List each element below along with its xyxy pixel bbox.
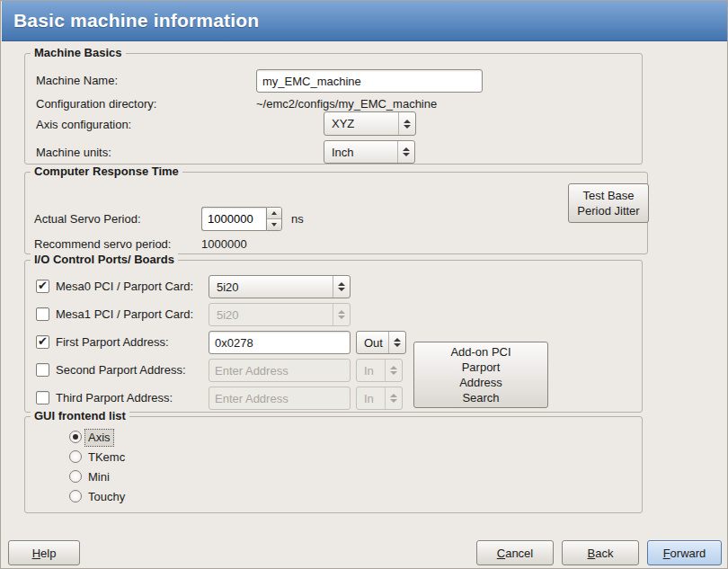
first-parport-direction-combo[interactable]: Out xyxy=(356,331,406,354)
first-parport-checkbox[interactable] xyxy=(36,335,49,349)
second-parport-label[interactable]: Second Parport Address: xyxy=(56,363,186,378)
mesa0-label[interactable]: Mesa0 PCI / Parport Card: xyxy=(56,280,193,294)
combo-arrows-icon xyxy=(333,276,350,298)
test-base-period-jitter-label: Test Base Period Jitter xyxy=(577,188,639,218)
recommend-servo-value: 1000000 xyxy=(201,237,247,252)
machine-basics-legend: Machine Basics xyxy=(31,46,126,59)
gui-radio-tkemc[interactable] xyxy=(69,450,82,463)
mesa1-label[interactable]: Mesa1 PCI / Parport Card: xyxy=(56,307,193,322)
section-gui-frontend: GUI frontend list Axis TKemc Mini Touchy xyxy=(24,416,643,513)
combo-arrows-icon xyxy=(388,332,405,353)
help-button[interactable]: Help xyxy=(8,540,80,565)
gui-option-touchy-label[interactable]: Touchy xyxy=(85,489,128,505)
config-directory-label: Configuration directory: xyxy=(36,97,156,111)
combo-arrows-icon xyxy=(385,387,402,409)
forward-button[interactable]: Forward xyxy=(647,540,722,565)
mesa1-card-value: 5i20 xyxy=(209,304,333,325)
gui-option-mini-label[interactable]: Mini xyxy=(85,469,112,485)
mesa1-checkbox[interactable] xyxy=(36,307,49,321)
servo-period-spinbox[interactable] xyxy=(201,207,283,231)
servo-period-input[interactable] xyxy=(201,207,266,231)
cancel-button[interactable]: Cancel xyxy=(476,540,554,565)
back-button[interactable]: Back xyxy=(562,540,639,565)
forward-button-label: Forward xyxy=(663,546,706,561)
combo-arrows-icon xyxy=(398,112,415,135)
help-button-label: Help xyxy=(32,546,57,561)
servo-period-label: Actual Servo Period: xyxy=(34,212,141,227)
third-parport-direction-combo: In xyxy=(356,387,403,410)
combo-arrows-icon xyxy=(385,360,402,381)
second-parport-address-input xyxy=(209,359,351,382)
gui-option-tkemc-label[interactable]: TKemc xyxy=(85,449,128,466)
servo-period-unit: ns xyxy=(291,212,304,227)
machine-units-combo[interactable]: Inch xyxy=(324,140,415,164)
machine-name-label: Machine Name: xyxy=(36,74,118,88)
axis-config-label: Axis configuration: xyxy=(36,118,131,132)
section-io-ports: I/O Control Ports/ Boards Mesa0 PCI / Pa… xyxy=(24,260,643,413)
mesa1-card-combo: 5i20 xyxy=(209,303,351,326)
addon-pci-parport-search-button[interactable]: Add-on PCI Parport Address Search xyxy=(413,342,548,408)
second-parport-direction-value: In xyxy=(357,360,385,381)
section-response-time: Computer Response Time Test Base Period … xyxy=(24,172,648,254)
gui-frontend-legend: GUI frontend list xyxy=(31,409,129,422)
config-directory-value: ~/emc2/configs/my_EMC_machine xyxy=(256,97,437,111)
third-parport-direction-value: In xyxy=(357,387,385,409)
mesa0-checkbox[interactable] xyxy=(36,280,49,293)
gui-radio-mini[interactable] xyxy=(69,470,82,483)
cancel-button-label: Cancel xyxy=(497,546,533,561)
first-parport-direction-value: Out xyxy=(357,332,388,353)
combo-arrows-icon xyxy=(333,304,350,325)
page-title: Basic machine information xyxy=(13,10,259,31)
combo-arrows-icon xyxy=(397,141,414,163)
spin-stepper[interactable] xyxy=(266,207,282,231)
test-base-period-jitter-button[interactable]: Test Base Period Jitter xyxy=(568,183,649,223)
mesa0-card-combo[interactable]: 5i20 xyxy=(209,275,351,298)
machine-units-label: Machine units: xyxy=(36,146,111,160)
wizard-window: Basic machine information Machine Basics… xyxy=(0,0,728,569)
third-parport-label[interactable]: Third Parport Address: xyxy=(56,391,173,405)
gui-radio-axis[interactable] xyxy=(69,431,82,443)
third-parport-address-input xyxy=(209,387,351,410)
axis-config-value: XYZ xyxy=(324,112,398,135)
titlebar: Basic machine information xyxy=(2,1,728,41)
mesa0-card-value: 5i20 xyxy=(209,276,333,298)
second-parport-checkbox[interactable] xyxy=(36,363,49,377)
first-parport-address-input[interactable] xyxy=(209,331,351,354)
response-time-legend: Computer Response Time xyxy=(31,164,182,178)
section-machine-basics: Machine Basics Machine Name: Configurati… xyxy=(24,53,643,164)
spin-up-button[interactable] xyxy=(267,208,281,219)
io-ports-legend: I/O Control Ports/ Boards xyxy=(31,253,178,266)
spin-down-button[interactable] xyxy=(267,219,281,230)
addon-pci-parport-search-label: Add-on PCI Parport Address Search xyxy=(450,344,510,405)
back-button-label: Back xyxy=(588,546,614,561)
axis-config-combo[interactable]: XYZ xyxy=(324,111,416,136)
second-parport-direction-combo: In xyxy=(356,359,403,382)
first-parport-label[interactable]: First Parport Address: xyxy=(56,335,169,350)
machine-units-value: Inch xyxy=(324,141,397,163)
gui-option-axis-label[interactable]: Axis xyxy=(85,430,113,446)
gui-radio-touchy[interactable] xyxy=(69,490,82,502)
machine-name-input[interactable] xyxy=(256,69,483,93)
third-parport-checkbox[interactable] xyxy=(36,391,49,405)
recommend-servo-label: Recommend servo period: xyxy=(34,237,171,252)
